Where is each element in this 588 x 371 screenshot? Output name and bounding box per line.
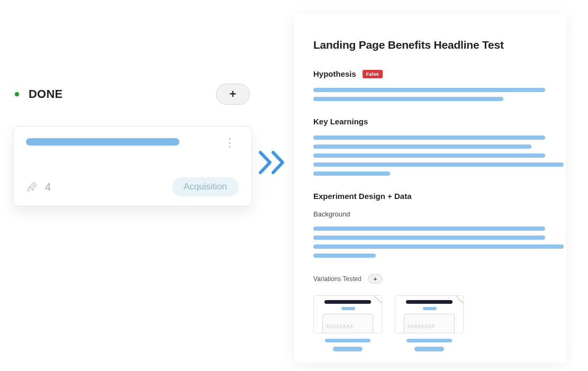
text-placeholder-line	[313, 144, 531, 149]
variations-label: Variations Tested	[313, 275, 361, 283]
key-learnings-header: Key Learnings	[313, 117, 545, 126]
text-placeholder-line	[313, 162, 564, 167]
card-title-placeholder	[26, 138, 179, 146]
text-placeholder-line	[313, 88, 545, 92]
thumb-caption-line	[414, 347, 444, 351]
card-tag[interactable]: Acquisition	[172, 177, 239, 196]
experiment-detail-panel: Landing Page Benefits Headline Test Hypo…	[294, 13, 566, 363]
card-top-row: ⋮	[26, 138, 239, 148]
text-placeholder-line	[313, 254, 376, 258]
plus-icon: +	[374, 276, 377, 282]
thumb-fold-edge	[373, 296, 382, 304]
hypothesis-status-badge: False	[363, 70, 383, 78]
thumb-caption-line	[333, 347, 363, 351]
thumb-header-bar	[406, 300, 453, 304]
text-placeholder-line	[313, 171, 390, 176]
text-placeholder-line	[313, 135, 545, 140]
text-placeholder-line	[313, 245, 564, 249]
column-title: DONE	[29, 87, 62, 101]
background-text-placeholder	[313, 227, 545, 258]
card-bottom-row: 4 Acquisition	[26, 177, 239, 196]
thumb-fold-edge	[455, 296, 463, 304]
experiment-title: Landing Page Benefits Headline Test	[313, 39, 545, 51]
variations-header: Variations Tested +	[313, 274, 383, 284]
thumbnail-image: ΛΛΛΛΛΛΛΛ	[395, 295, 464, 333]
text-placeholder-line	[313, 227, 545, 231]
thumb-waves: ΛΛΛΛΛΛΛΛ	[408, 324, 451, 331]
status-dot-icon	[15, 92, 19, 96]
text-placeholder-line	[313, 236, 545, 240]
column-title-wrap: DONE	[15, 87, 62, 101]
add-card-button[interactable]: +	[216, 84, 250, 105]
thumb-window: ΛΛΛΛΛΛΛΛ	[404, 314, 455, 333]
thumbnail-image: ΛΛΛΛΛΛΛΛ	[313, 295, 382, 333]
background-label: Background	[313, 210, 545, 218]
kanban-column: DONE + ⋮	[0, 0, 265, 217]
thumb-cta-bar	[341, 307, 355, 310]
experiment-design-header: Experiment Design + Data	[313, 192, 545, 201]
key-learnings-text-placeholder	[313, 135, 545, 176]
thumb-header-bar	[324, 300, 371, 304]
variation-thumbnail[interactable]: ΛΛΛΛΛΛΛΛ	[395, 295, 464, 351]
svg-point-0	[33, 185, 34, 186]
plus-icon: +	[230, 87, 237, 101]
variation-thumbnails: ΛΛΛΛΛΛΛΛ ΛΛΛΛΛΛΛΛ	[313, 295, 545, 351]
hypothesis-header: Hypothesis False	[313, 69, 545, 78]
card-score-value: 4	[45, 181, 51, 193]
thumb-cta-bar	[423, 307, 437, 310]
experiment-card[interactable]: ⋮ 4 Acquisition	[13, 126, 252, 206]
text-placeholder-line	[313, 97, 503, 101]
key-learnings-label: Key Learnings	[313, 117, 368, 126]
hypothesis-text-placeholder	[313, 88, 545, 101]
thumb-caption-line	[406, 339, 452, 342]
variation-thumbnail[interactable]: ΛΛΛΛΛΛΛΛ	[313, 295, 382, 351]
thumb-window: ΛΛΛΛΛΛΛΛ	[322, 314, 373, 333]
card-score: 4	[26, 180, 51, 193]
arrow-icon	[257, 150, 289, 175]
thumb-caption-line	[325, 339, 370, 342]
more-vertical-icon: ⋮	[224, 136, 236, 149]
experiment-design-label: Experiment Design + Data	[313, 192, 411, 201]
thumb-waves: ΛΛΛΛΛΛΛΛ	[326, 324, 369, 331]
add-variation-button[interactable]: +	[368, 274, 383, 284]
rocket-icon	[26, 180, 39, 193]
column-header: DONE +	[11, 79, 254, 126]
card-more-button[interactable]: ⋮	[221, 138, 239, 148]
hypothesis-label: Hypothesis	[313, 69, 356, 78]
text-placeholder-line	[313, 153, 545, 158]
